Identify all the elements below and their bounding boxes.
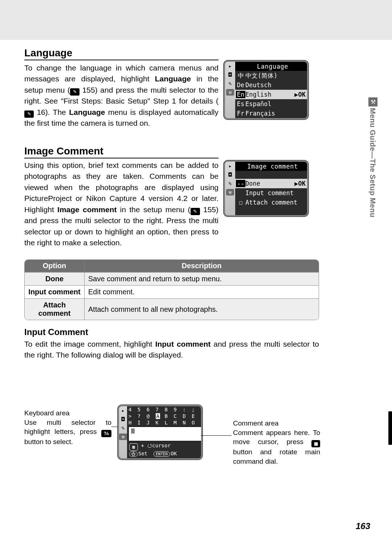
list-item [235,207,307,215]
pencil-icon: ✎ [228,180,232,187]
set-button-icon: ⏻ [129,451,138,457]
lcd-sidebar: ▸ ◘ ✎ ⚒ [225,162,235,215]
camera-icon: ◘ [228,172,232,178]
enter-button-icon: ENTER [154,451,170,457]
table-row: Attach comment Attach comment to all new… [25,298,319,320]
book-ref-icon: ✎ [191,208,200,215]
pencil-icon: ✎ [228,80,232,87]
wrench-icon: ⚒ [226,189,234,196]
wrench-icon: ⚒ [119,434,127,440]
lcd-image-comment: ▸ ◘ ✎ ⚒ Image comment --Done▶OK Input co… [225,162,307,215]
comment-area-note: Comment area Comment appears here. To mo… [233,419,320,466]
ok-indicator: ▶OK [293,180,307,187]
play-icon: ▸ [228,163,232,169]
lcd-title: Image comment [235,162,307,171]
thumbnail-button-icon: ▦ [129,443,138,451]
lcd-footer: ▦ + ⭯cursor ⏻Set ENTEROK [127,442,201,458]
ic-item-selected[interactable]: --Done▶OK [235,179,307,188]
book-ref-icon: ✎ [24,110,34,118]
play-icon: ▸ [228,63,232,69]
side-tab-label: Menu Guide—The Setup Menu [368,108,377,217]
lcd-sidebar: ▸ ◘ ✎ ⚒ [225,62,235,118]
lang-item-selected[interactable]: EnEnglish▶OK [235,90,307,99]
lcd-sidebar: ▸ ◘ ✎ ⚒ [119,406,127,458]
table-head-option: Option [25,260,85,272]
paragraph-language: To change the language in which camera m… [24,63,219,129]
table-row: Done Save comment and return to setup me… [25,272,319,285]
thumb-tab [388,411,392,445]
keyboard-row[interactable]: H I J K L M N O P Q [127,419,201,426]
list-item [235,171,307,179]
dial-icon: ⭯ [147,443,152,448]
ic-item[interactable]: Input comment [235,188,307,198]
keyboard-row[interactable]: > ? @ A B C D E F G [127,413,201,419]
thumbnail-button-icon: ?⁄₀ [101,430,111,437]
text-caret [131,428,135,434]
heading-image-comment: Image Comment [24,145,219,158]
option-table: Option Description Done Save comment and… [24,259,319,320]
table-head-desc: Description [85,260,319,272]
lang-item[interactable]: FrFrançais [235,109,307,118]
keyboard-row[interactable]: 4 5 6 7 8 9 : ; < = [127,406,201,413]
lang-item[interactable]: EsEspañol [235,99,307,109]
ic-item[interactable]: ☐Attach comment [235,198,307,207]
lcd-title: Language [235,62,307,71]
keyboard-note: Keyboard area Use multi selector to high… [24,408,111,447]
camera-icon: ◘ [121,416,124,423]
paragraph-input-comment: To edit the image comment, highlight Inp… [24,339,319,361]
wrench-icon: ⚒ [226,89,234,96]
page-number: 163 [356,521,370,531]
table-row: Input comment Edit comment. [25,285,319,298]
side-tab: ⚒ Menu Guide—The Setup Menu [368,97,377,286]
heading-input-comment: Input Comment [24,327,319,337]
paragraph-image-comment-a: Using this option, brief text comments c… [24,160,219,249]
camera-icon: ◘ [228,72,232,78]
wrench-icon: ⚒ [368,97,377,106]
lcd-keyboard: ▸ ◘ ✎ ⚒ 4 5 6 7 8 9 : ; < = > ? @ A B C … [119,406,201,458]
lang-item[interactable]: 中中文(简体) [235,71,307,80]
play-icon: ▸ [121,407,124,414]
comment-textbox[interactable] [128,427,201,441]
ok-indicator: ▶OK [293,91,307,98]
lcd-language: ▸ ◘ ✎ ⚒ Language 中中文(简体) DeDeutsch EnEng… [225,62,307,118]
pencil-icon: ✎ [121,425,124,431]
heading-language: Language [24,47,219,60]
thumbnail-button-icon: ▦ [311,440,320,447]
book-ref-icon: ✎ [70,88,79,96]
lang-item[interactable]: DeDeutsch [235,80,307,90]
leader-line [201,435,232,436]
